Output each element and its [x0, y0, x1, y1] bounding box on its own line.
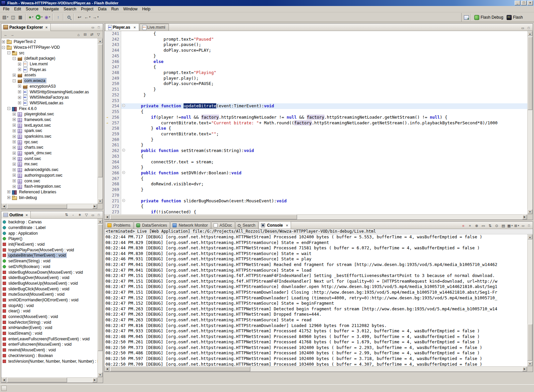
collapse-fold-icon[interactable]: - — [122, 199, 125, 202]
scrollbar-thumb[interactable] — [528, 37, 532, 110]
outline-item-enterfullscreen[interactable]: enterFullscreen(MouseEvent) : void — [1, 342, 97, 347]
scroll-up-icon[interactable]: ▲ — [528, 235, 532, 239]
outline-item-loadvector[interactable]: loadVector(String) : void — [1, 319, 97, 325]
menu-run[interactable]: Run — [109, 6, 121, 12]
line-number[interactable]: 249 — [110, 76, 121, 81]
close-button[interactable] — [527, 1, 533, 5]
line-number[interactable]: 243 — [110, 42, 121, 48]
open-console-button[interactable]: ⊞▾ — [513, 223, 520, 229]
tab-network-monitor[interactable]: Network Monitor — [170, 222, 211, 229]
scroll-right-icon[interactable]: ▶ — [92, 378, 97, 382]
scroll-left-icon[interactable]: ◀ — [2, 378, 6, 382]
outline-item-player[interactable]: Player() — [1, 236, 97, 242]
terminate-button[interactable]: ■ — [460, 223, 467, 229]
line-number[interactable]: 255 — [110, 109, 121, 115]
line-number[interactable]: 267 — [110, 176, 121, 182]
tree-item-com-wowza[interactable]: -com.wowza — [1, 78, 97, 84]
maximize-view-button[interactable]: □ — [96, 212, 102, 218]
line-number[interactable]: 254 — [110, 103, 121, 109]
outline-item-xmlhandler[interactable]: xmlHandler(Event) : void — [1, 325, 97, 331]
collapse-fold-icon[interactable]: - — [122, 104, 125, 107]
toolbar-save-button[interactable]: ◫ — [9, 13, 17, 21]
outline-item-enterleavefullscreen[interactable]: enterLeaveFullscreen(FullScreenEvent) : … — [1, 336, 97, 342]
line-number[interactable]: 259 — [110, 131, 121, 137]
line-number[interactable]: 273 — [110, 209, 121, 214]
link-with-editor-button[interactable]: ⇄ — [88, 32, 95, 38]
minimize-view-button[interactable]: ▭ — [90, 212, 96, 218]
line-number[interactable]: 242 — [110, 37, 121, 42]
console-log[interactable]: 08:22:44 PM.717 [DEBUG] [org.osmf.net.ht… — [104, 234, 527, 366]
outline-item-sliderbugmouseup[interactable]: sliderBugMouseUp(MouseEvent) : void — [1, 281, 97, 286]
outline-item-stopall[interactable]: stopAll() : void — [1, 303, 97, 308]
scrollbar-thumb[interactable] — [98, 224, 102, 351]
tree-item-core-swc[interactable]: +core.swc — [1, 178, 97, 184]
minimize-editor-button[interactable]: ▭ — [520, 25, 526, 31]
editor-tab-live-mxml[interactable]: Live.mxml — [140, 24, 169, 31]
tree-item-player-as[interactable]: +Player.as — [1, 67, 97, 72]
tree-item-textlayout-swc[interactable]: +textLayout.swc — [1, 122, 97, 128]
menu-window[interactable]: Window — [121, 6, 140, 12]
outline-item-setstream[interactable]: setStream(String) : void — [1, 258, 97, 264]
outline-tab[interactable]: Outline × — [1, 211, 31, 219]
expander-icon[interactable]: - — [13, 57, 16, 60]
outline-item-currentbitrate-label[interactable]: currentBitrate : Label — [1, 225, 97, 231]
scroll-right-icon[interactable]: ▶ — [522, 215, 527, 219]
scroll-left-icon[interactable]: ◀ — [105, 215, 109, 219]
tree-item-default-package[interactable]: -(default package) — [1, 56, 97, 61]
toolbar-search-button[interactable] — [65, 13, 72, 21]
expander-icon[interactable]: + — [13, 74, 16, 77]
expander-icon[interactable]: + — [18, 96, 21, 99]
tree-item-flash-integration-swc[interactable]: +flash-integration.swc — [1, 184, 97, 189]
hide-static-button[interactable]: ∗ — [76, 212, 83, 218]
tab-asdoc[interactable]: ASDoc — [211, 222, 235, 229]
expander-icon[interactable]: + — [7, 196, 10, 199]
tree-item-spark-swc[interactable]: +spark.swc — [1, 128, 97, 134]
tree-item-encryptionas3[interactable]: +encryptionAS3 — [1, 84, 97, 89]
line-number[interactable]: 263 — [110, 154, 121, 159]
tree-item-wmsmediafactory-as[interactable]: +WMSMediaFactory.as — [1, 95, 97, 100]
collapse-fold-icon[interactable]: - — [122, 171, 125, 174]
line-number[interactable]: 272 — [110, 204, 121, 209]
collapse-all-button[interactable]: ⊟ — [82, 32, 88, 38]
line-number[interactable]: 244 — [110, 48, 121, 53]
pin-console-button[interactable]: ⊙ — [493, 223, 500, 229]
tree-item-spark-dmv-swc[interactable]: +spark_dmv.swc — [1, 150, 97, 156]
tree-item-assets[interactable]: +assets — [1, 72, 97, 78]
scroll-left-icon[interactable]: ◀ — [105, 367, 109, 371]
toolbar-new-button[interactable]: ▤▾ — [1, 13, 9, 21]
line-number[interactable]: 261 — [110, 142, 121, 148]
outline-item-init[interactable]: init(FlexEvent) : void — [1, 242, 97, 247]
menu-project[interactable]: Project — [78, 6, 95, 12]
console-horizontal-scrollbar[interactable]: ◀ ▶ — [104, 366, 527, 372]
menu-search[interactable]: Search — [61, 6, 78, 12]
back-history-button[interactable]: ← — [2, 32, 9, 38]
tree-item-src[interactable]: -src — [1, 50, 97, 56]
line-number[interactable]: 266 — [110, 170, 121, 176]
view-menu-button[interactable]: ▽ — [95, 32, 102, 38]
menu-navigate[interactable]: Navigate — [41, 6, 61, 12]
line-number[interactable]: 264 — [110, 159, 121, 165]
open-perspective-button[interactable] — [463, 14, 470, 21]
line-number[interactable]: 271 — [110, 198, 121, 204]
outline-item-xmlioerrorhandler[interactable]: xmlIOErrorHandler(IOErrorEvent) : void — [1, 297, 97, 303]
tree-item-charts-swc[interactable]: +charts.swc — [1, 145, 97, 150]
line-number[interactable]: 241 — [110, 31, 121, 37]
close-view-icon[interactable]: × — [285, 223, 289, 227]
line-number[interactable]: 248 — [110, 70, 121, 76]
scroll-right-icon[interactable]: ▶ — [92, 204, 97, 209]
close-view-icon[interactable]: × — [25, 213, 28, 217]
outline-vertical-scrollbar[interactable]: ▲ ▼ — [97, 219, 103, 377]
scrollbar-thumb[interactable] — [110, 367, 250, 371]
collapse-fold-icon[interactable]: - — [122, 149, 125, 152]
outline-item-clear[interactable]: clear() : void — [1, 308, 97, 314]
perspective-flash-debug-button[interactable]: Flash Debug — [473, 14, 505, 21]
tree-item-playertest-2[interactable]: +PlayerTest-2 — [1, 39, 97, 45]
menu-file[interactable]: File — [1, 6, 12, 12]
tree-item-wowza-httpplayer-vod[interactable]: -Wowza-HTTPPlayer-VOD — [1, 45, 97, 50]
minimize-view-button[interactable]: ▭ — [520, 223, 526, 228]
scroll-up-icon[interactable]: ▲ — [98, 39, 102, 43]
expander-icon[interactable]: + — [18, 68, 21, 71]
outline-item-mutesound[interactable]: muteSound(MouseEvent) : void — [1, 292, 97, 297]
line-number[interactable]: 265 — [110, 165, 121, 170]
line-number[interactable]: 260 — [110, 137, 121, 143]
